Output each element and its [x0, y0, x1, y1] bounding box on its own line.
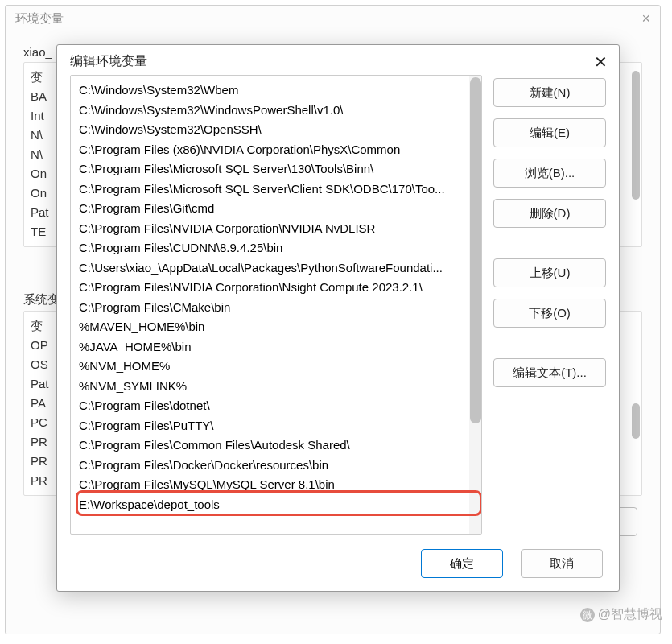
close-icon[interactable]: ✕	[594, 54, 608, 70]
path-entry[interactable]: C:\Program Files\PuTTY\	[79, 416, 461, 436]
path-entry[interactable]: C:\Program Files\CMake\bin	[79, 298, 461, 318]
logo-icon: 微	[580, 608, 595, 622]
path-entry[interactable]: C:\Program Files\Docker\Docker\resources…	[79, 456, 461, 476]
path-entry[interactable]: C:\Program Files\MySQL\MySQL Server 8.1\…	[79, 475, 461, 495]
path-entry[interactable]: C:\Program Files\Microsoft SQL Server\Cl…	[79, 180, 461, 200]
path-entry[interactable]: C:\Windows\System32\Wbem	[79, 80, 461, 101]
path-entry[interactable]: C:\Windows\System32\OpenSSH\	[79, 120, 461, 140]
path-entry[interactable]: %NVM_SYMLINK%	[79, 377, 461, 397]
ok-button[interactable]: 确定	[421, 549, 503, 578]
path-entry[interactable]: C:\Program Files\NVIDIA Corporation\NVID…	[79, 219, 461, 239]
path-entry[interactable]: C:\Program Files (x86)\NVIDIA Corporatio…	[79, 140, 461, 160]
edit-text-button[interactable]: 编辑文本(T)...	[493, 358, 606, 387]
path-entries-list[interactable]: C:\Windows\System32\WbemC:\Windows\Syste…	[70, 75, 482, 535]
close-icon[interactable]: ×	[641, 10, 650, 27]
move-down-button[interactable]: 下移(O)	[493, 299, 606, 328]
path-entry[interactable]: %NVM_HOME%	[79, 357, 461, 377]
scrollbar[interactable]	[632, 313, 640, 493]
scrollbar[interactable]	[469, 76, 481, 534]
scroll-thumb[interactable]	[632, 403, 640, 439]
path-entry[interactable]: C:\Program Files\CUDNN\8.9.4.25\bin	[79, 238, 461, 258]
move-up-button[interactable]: 上移(U)	[493, 258, 606, 287]
path-entry[interactable]: C:\Windows\System32\WindowsPowerShell\v1…	[79, 101, 461, 121]
scrollbar[interactable]	[632, 64, 640, 245]
cancel-button[interactable]: 取消	[521, 549, 603, 578]
browse-button[interactable]: 浏览(B)...	[493, 159, 606, 188]
edit-button[interactable]: 编辑(E)	[493, 118, 606, 147]
new-button[interactable]: 新建(N)	[493, 78, 606, 107]
path-entry[interactable]: C:\Program Files\Common Files\Autodesk S…	[79, 436, 461, 456]
modal-titlebar: 编辑环境变量 ✕	[57, 45, 619, 75]
path-entry[interactable]: C:\Program Files\Git\cmd	[79, 199, 461, 219]
path-entry[interactable]: E:\Workspace\depot_tools	[79, 495, 461, 515]
path-entry[interactable]: C:\Users\xiao_\AppData\Local\Packages\Py…	[79, 258, 461, 279]
edit-environment-variable-dialog: 编辑环境变量 ✕ C:\Windows\System32\WbemC:\Wind…	[56, 44, 620, 592]
watermark: 微@智慧博视	[580, 606, 662, 623]
side-buttons: 新建(N) 编辑(E) 浏览(B)... 删除(D) 上移(U) 下移(O) 编…	[493, 75, 606, 535]
parent-title: 环境变量	[15, 11, 64, 27]
scroll-thumb[interactable]	[470, 77, 481, 423]
path-entry[interactable]: %JAVA_HOME%\bin	[79, 337, 461, 357]
path-entry[interactable]: C:\Program Files\NVIDIA Corporation\Nsig…	[79, 278, 461, 298]
scroll-thumb[interactable]	[632, 71, 640, 200]
delete-button[interactable]: 删除(D)	[493, 199, 606, 228]
modal-title: 编辑环境变量	[70, 53, 147, 70]
path-entry[interactable]: %MAVEN_HOME%\bin	[79, 317, 461, 337]
parent-titlebar: 环境变量 ×	[6, 6, 660, 32]
path-entry[interactable]: C:\Program Files\dotnet\	[79, 396, 461, 416]
path-entry[interactable]: C:\Program Files\Microsoft SQL Server\13…	[79, 159, 461, 180]
